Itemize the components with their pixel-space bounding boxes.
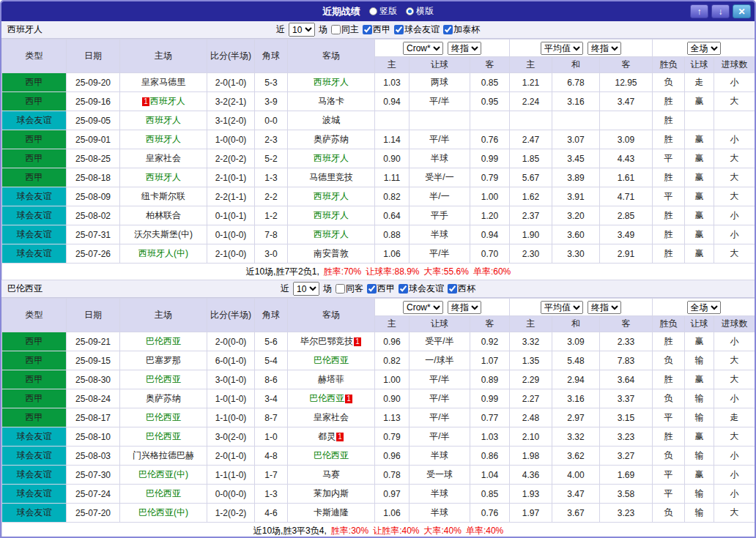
scope-select[interactable]: 全场	[687, 301, 721, 314]
result-cell: 胜	[653, 111, 685, 130]
result-cell: 胜	[653, 244, 685, 264]
ah-odds-source-select[interactable]: Crow*	[403, 42, 443, 55]
ah-odds-time-select[interactable]: 终指	[448, 42, 481, 55]
eu-away-odds: 3.23	[600, 504, 653, 523]
team-name: 巴伦西亚	[146, 336, 181, 346]
competition-checkbox[interactable]: 西杯	[448, 283, 475, 295]
ah-away-odds: 1.00	[470, 187, 510, 206]
summary-stat: 大率:55.6%	[424, 266, 469, 277]
scope-select[interactable]: 全场	[687, 42, 721, 55]
layout-radio-horizontal[interactable]: 横版	[406, 5, 434, 18]
team-name: 沃尔夫斯堡(中)	[134, 229, 193, 239]
result-row: 球会友谊 25-07-24 巴伦西亚 0-0(0-0) 1-3 莱加内斯 0.9…	[2, 485, 755, 504]
date-cell: 25-09-01	[67, 130, 120, 149]
away-team-cell: 莱加内斯	[288, 485, 375, 504]
goals-result-cell: 大	[714, 149, 755, 168]
corner-cell: 8-7	[255, 408, 288, 427]
column-header: 主	[375, 57, 410, 73]
corner-cell: 1-2	[255, 206, 288, 225]
away-team-cell: 西班牙人	[288, 73, 375, 92]
competition-checkbox[interactable]: 西甲	[363, 23, 390, 36]
same-venue-checkbox[interactable]: 同主	[331, 23, 359, 36]
result-cell: 胜	[653, 130, 685, 149]
checkbox[interactable]	[331, 25, 341, 34]
team-name: 巴伦西亚(中)	[138, 507, 188, 518]
eu-draw-odds: 3.62	[552, 447, 600, 466]
eu-draw-odds: 3.67	[552, 504, 600, 523]
date-cell: 25-07-20	[67, 504, 120, 523]
corner-cell: 5-6	[255, 332, 288, 351]
ah-away-odds: 0.70	[470, 244, 510, 264]
red-card-badge: 1	[142, 97, 149, 106]
ah-result-cell: 走	[685, 73, 714, 92]
match-count-select[interactable]: 10	[293, 282, 319, 296]
competition-checkbox[interactable]: 球会友谊	[394, 23, 440, 36]
ah-home-odds: 1.06	[375, 244, 410, 264]
checkbox[interactable]	[448, 284, 457, 294]
eu-away-odds: 12.95	[600, 73, 653, 92]
checkbox[interactable]	[367, 284, 377, 294]
match-count-select[interactable]: 10	[289, 23, 315, 37]
checkbox-label: 球会友谊	[404, 23, 440, 36]
layout-radio-vertical[interactable]: 竖版	[369, 5, 397, 18]
move-up-button[interactable]: ↑	[690, 4, 708, 18]
goals-result-cell: 走	[714, 408, 755, 427]
result-row: 球会友谊 25-07-20 巴伦西亚(中) 1-2(0-2) 4-6 卡斯迪隆 …	[2, 504, 755, 523]
checkbox[interactable]	[363, 25, 372, 34]
eu-home-odds: 2.10	[510, 427, 552, 447]
score-cell: 2-2(1-1)	[207, 187, 255, 206]
checkbox[interactable]	[399, 284, 408, 294]
away-team-cell: 马赛	[288, 466, 375, 485]
ah-away-odds: 0.92	[470, 332, 510, 351]
eu-away-odds: 2.85	[600, 206, 653, 225]
checkbox[interactable]	[394, 25, 404, 34]
ah-line: 半/一	[410, 187, 470, 206]
section-header: 西班牙人 近 10 场 同主 西甲球会友谊加泰杯	[1, 21, 755, 39]
eu-home-odds: 1.97	[510, 504, 552, 523]
ah-result-cell: 赢	[685, 206, 714, 225]
team-section: 西班牙人 近 10 场 同主 西甲球会友谊加泰杯 类型日期主场比分(半场)角球客…	[1, 21, 755, 280]
ah-odds-time-select[interactable]: 终指	[448, 301, 481, 314]
eu-odds-time-select[interactable]: 终指	[588, 42, 621, 55]
checkbox[interactable]	[443, 25, 453, 34]
score-cell: 1-1(0-0)	[207, 408, 255, 427]
eu-draw-odds: 3.16	[552, 92, 600, 111]
eu-draw-odds: 3.60	[552, 225, 600, 244]
eu-odds-group: 平均值终指	[510, 40, 653, 57]
near-label: 近	[276, 23, 285, 36]
eu-odds-time-select[interactable]: 终指	[588, 301, 621, 314]
corner-cell: 3-9	[255, 92, 288, 111]
team-name: 皇家社会	[146, 153, 181, 163]
column-header: 类型	[2, 299, 67, 332]
competition-checkbox[interactable]: 西甲	[367, 283, 395, 295]
ah-line: 平手	[410, 206, 470, 225]
competition-cell: 球会友谊	[2, 244, 67, 264]
radio-label-vertical: 竖版	[379, 5, 397, 18]
ah-away-odds: 0.99	[470, 389, 510, 408]
ah-result-cell: 赢	[685, 92, 714, 111]
result-row: 西甲 25-09-01 西班牙人 1-0(0-0) 2-3 奥萨苏纳 1.14 …	[2, 130, 755, 149]
eu-home-odds: 2.30	[510, 244, 552, 264]
eu-home-odds: 1.35	[510, 351, 552, 370]
score-cell: 3-2(2-1)	[207, 92, 255, 111]
competition-cell: 球会友谊	[2, 485, 67, 504]
ah-result-cell: 赢	[685, 370, 714, 389]
home-team-cell: 巴伦西亚	[120, 485, 207, 504]
eu-home-odds: 2.37	[510, 206, 552, 225]
eu-odds-source-select[interactable]: 平均值	[541, 301, 583, 314]
checkbox[interactable]	[336, 284, 345, 294]
ah-odds-source-select[interactable]: Crow*	[403, 301, 443, 314]
competition-checkbox[interactable]: 加泰杯	[443, 23, 480, 36]
close-icon[interactable]: ✕	[733, 4, 751, 18]
team-name: 巴伦西亚	[314, 355, 349, 365]
home-team-cell: 西班牙人	[120, 111, 207, 130]
same-venue-checkbox[interactable]: 同客	[336, 283, 363, 295]
home-team-cell: 皇家马德里	[120, 73, 207, 92]
goals-result-cell: 小	[714, 73, 755, 92]
home-team-cell: 西班牙人(中)	[120, 244, 207, 264]
competition-checkbox[interactable]: 球会友谊	[399, 283, 444, 295]
eu-home-odds	[510, 111, 552, 130]
eu-odds-source-select[interactable]: 平均值	[541, 42, 583, 55]
move-down-button[interactable]: ↓	[711, 4, 730, 18]
eu-away-odds: 2.91	[600, 244, 653, 264]
